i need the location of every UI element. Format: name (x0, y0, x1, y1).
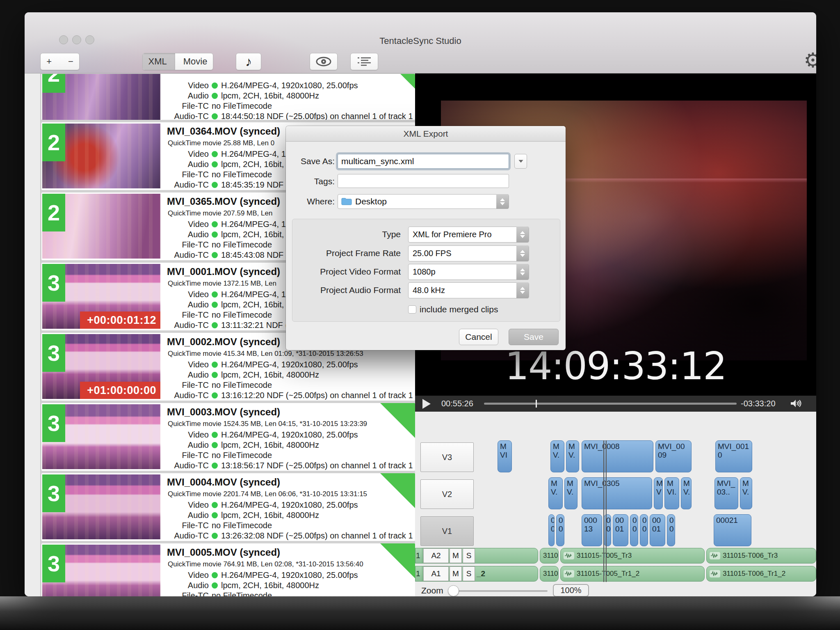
clip-title: MVI_0003.MOV (synced) (167, 406, 280, 418)
timeline-clip[interactable]: MVI_0305 (582, 477, 652, 509)
track-label-v3[interactable]: V3 (420, 442, 474, 472)
timeline-clip[interactable]: MVI_03.. (714, 477, 738, 509)
solo-button[interactable]: S (463, 566, 475, 581)
clip-field-text: no FileTimecode (212, 521, 272, 530)
sync-map-button[interactable] (350, 53, 378, 70)
export-movie-tab[interactable]: Movie (175, 53, 213, 70)
read-audiotc-button[interactable]: ♪ (236, 53, 261, 70)
solo-button[interactable]: S (463, 548, 475, 563)
clip-row[interactable]: 3MVI_0005.MOV (synced)QuickTime movie 76… (41, 543, 415, 596)
add-file-button[interactable]: + (40, 53, 60, 70)
timeline-clip[interactable]: MV. (681, 477, 692, 509)
cancel-button[interactable]: Cancel (459, 329, 498, 345)
clip-field: Audio-TC13:18:56:17 NDF (~25.00fps) on c… (41, 461, 415, 471)
progress-playhead[interactable] (536, 400, 537, 408)
timeline-clip[interactable]: 0001 (613, 514, 628, 546)
video-format-popup[interactable]: 1080p (408, 264, 529, 280)
expand-sheet-button[interactable] (514, 154, 527, 169)
sync-status-dot (212, 372, 218, 378)
where-popup[interactable]: Desktop (338, 194, 509, 209)
timeline-clip[interactable]: MVI_0009 (655, 440, 692, 472)
sync-info-button[interactable] (310, 53, 338, 70)
clip-row[interactable]: 3MVI_0004.MOV (synced)QuickTime movie 22… (41, 473, 415, 541)
timeline-audio-clip[interactable]: 3110 (540, 566, 559, 582)
clip-field-label: Video (111, 81, 209, 90)
clip-row[interactable]: 2VideoH.264/MPEG-4, 1920x1080, 25.00fpsA… (41, 74, 415, 120)
include-merged-clips-checkbox[interactable] (408, 305, 416, 314)
zoom-value[interactable]: 100% (553, 584, 589, 596)
save-as-input[interactable] (338, 154, 509, 169)
camera-group-badge: 2 (42, 194, 65, 231)
stepper-icon (516, 264, 529, 280)
timeline-clip[interactable]: 00 (556, 514, 564, 546)
clip-list-scrollbar[interactable] (25, 73, 41, 596)
sync-status-dot (212, 432, 218, 438)
timeline-clip[interactable]: 00 (548, 514, 555, 546)
track-label-a2[interactable]: A2 (423, 548, 449, 563)
audio-format-popup[interactable]: 48.0 kHz (408, 282, 529, 298)
timeline-clip[interactable]: 00 (630, 514, 638, 546)
timeline: Zoom 100% V3MVIMV.MV.MVI_0008MVI_0009MVI… (415, 412, 816, 596)
type-popup[interactable]: XML for Premiere Pro (408, 227, 529, 243)
synced-corner-triangle (380, 473, 415, 508)
timeline-clip[interactable]: MVI_0010 (715, 440, 752, 472)
timeline-audio-clip[interactable]: 311015-T005_Tr3 (560, 548, 705, 564)
clip-field-value: H.264/MPEG-4, 1 (212, 149, 286, 159)
timeline-clip[interactable]: 00 (667, 514, 675, 546)
sync-status-dot (212, 392, 218, 399)
tags-input[interactable] (338, 174, 509, 188)
clip-field-value: lpcm, 2CH, 16bit, 48000Hz (212, 370, 319, 380)
clip-field: VideoH.264/MPEG-4, 1920x1080, 25.00fps (41, 360, 415, 370)
clip-field: Audio-TC18:44:50:18 NDF (~25.00fps) on c… (41, 112, 415, 120)
timeline-playhead[interactable] (603, 440, 607, 582)
track-label-a1[interactable]: A1 (423, 566, 449, 581)
clip-field-text: lpcm, 2CH, 16bit, 48000Hz (221, 440, 319, 450)
remove-file-button[interactable]: − (60, 53, 80, 70)
zoom-slider-track[interactable] (450, 590, 548, 592)
mute-button[interactable]: M (450, 566, 462, 581)
zoom-slider-knob[interactable] (448, 585, 459, 596)
timeline-clip[interactable]: MV. (740, 477, 752, 509)
timeline-audio-clip[interactable]: 311015-T006_Tr1_2 (706, 566, 816, 582)
clip-row[interactable]: 3MVI_0003.MOV (synced)QuickTime movie 15… (41, 403, 415, 471)
camera-group-badge: 2 (42, 124, 65, 161)
timeline-clip[interactable]: 00021 (714, 514, 751, 546)
clip-title: MVI_0365.MOV (synced) (167, 196, 280, 207)
progress-slider[interactable] (484, 403, 737, 405)
clip-field-label: Audio-TC (111, 250, 209, 260)
timeline-audio-clip[interactable]: 3110 (540, 548, 559, 564)
clip-field-value: lpcm, 2CH, 16bit, 48000Hz (212, 511, 319, 520)
clip-field-value: 13:18:56:17 NDF (~25.00fps) on channel 1… (212, 461, 413, 470)
clip-field-value: H.264/MPEG-4, 1920x1080, 25.00fps (212, 570, 358, 580)
timeline-clip[interactable]: MVI_0008 (582, 440, 653, 472)
track-label-v1[interactable]: V1 (420, 516, 474, 546)
timeline-audio-clip[interactable]: 311015-T005_Tr1_2 (560, 566, 705, 582)
clip-field-text: 13:11:32:21 NDF ( (221, 321, 288, 330)
sync-status-dot (212, 161, 218, 167)
timeline-clip[interactable]: 00013 (582, 514, 602, 546)
frame-rate-popup[interactable]: 25.00 FPS (408, 245, 529, 261)
clip-field-text: no FileTimecode (212, 170, 272, 179)
timeline-clip[interactable]: MV (654, 477, 663, 509)
clip-field-text: lpcm, 2CH, 16bit, 48000Hz (221, 581, 319, 590)
plus-icon: + (46, 56, 52, 67)
speaker-icon[interactable] (790, 399, 802, 410)
audio-track-a2: 1A2MS3110311015-T005_Tr3311015-T006_Tr3 (415, 548, 816, 564)
timeline-clip[interactable]: MVI (498, 440, 512, 472)
export-xml-tab[interactable]: XML (142, 53, 175, 70)
track-label-v2[interactable]: V2 (420, 479, 474, 509)
timeline-clip[interactable]: MV. (550, 440, 564, 472)
zoom-label: Zoom (421, 586, 443, 596)
timeline-clip[interactable]: 00 (640, 514, 648, 546)
timeline-clip[interactable]: MVI. (664, 477, 679, 509)
timeline-clip[interactable]: MV. (548, 477, 563, 509)
timeline-audio-clip[interactable]: 311015-T006_Tr3 (706, 548, 816, 564)
timeline-clip[interactable]: MV. (564, 477, 578, 509)
play-icon[interactable] (422, 399, 431, 409)
timeline-clip[interactable]: MV. (566, 440, 579, 472)
save-button[interactable]: Save (509, 329, 559, 345)
type-label: Type (286, 229, 401, 239)
clip-field-value: lpcm, 2CH, 16bit, (212, 230, 284, 239)
timeline-clip[interactable]: 0001 (650, 514, 665, 546)
mute-button[interactable]: M (450, 548, 462, 563)
